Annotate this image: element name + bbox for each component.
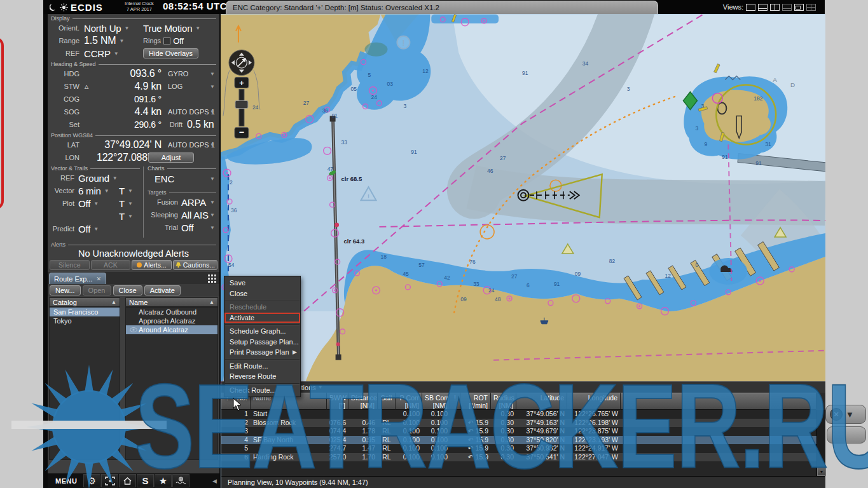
- alerts-button[interactable]: Alerts...: [132, 260, 172, 270]
- column-header-longitude[interactable]: Longitude: [567, 393, 621, 410]
- column-header-rot[interactable]: ROT[°/min]: [460, 393, 491, 410]
- context-menu-item-save[interactable]: Save: [224, 278, 300, 288]
- side-flyout-handle[interactable]: [827, 426, 866, 444]
- flyout-expand-icon[interactable]: ▼: [846, 410, 854, 419]
- column-header-distance[interactable]: Distance[NM]: [348, 393, 378, 410]
- waypoint-row-1[interactable]: 1Start0.1000.1000.3037°49.056' N122°26.7…: [221, 410, 816, 419]
- motion-dropdown-icon[interactable]: ▼: [195, 25, 200, 31]
- fusion-dropdown-icon[interactable]: ▼: [210, 200, 215, 205]
- scroll-down-arrow-icon[interactable]: ▼: [817, 467, 826, 476]
- trail-t-value[interactable]: T: [119, 211, 125, 222]
- route-explorer-close-icon[interactable]: ✕: [97, 276, 102, 282]
- range-value[interactable]: 1.5 NM: [84, 35, 116, 46]
- waypoint-row-2[interactable]: 2Blossom Rock076.60.46RL0.1000.100↶ 15.9…: [221, 419, 816, 428]
- vector-ref-value[interactable]: Ground: [78, 173, 109, 184]
- trail-t-dropdown-icon[interactable]: ▼: [128, 214, 133, 219]
- motion-mode-value[interactable]: True Motion: [143, 23, 192, 34]
- catalog-item-tokyo[interactable]: Tokyo: [50, 316, 120, 325]
- vector-ref-dropdown-icon[interactable]: ▼: [113, 175, 118, 181]
- menu-button[interactable]: MENU: [55, 477, 83, 485]
- catalog-item-san-francisco[interactable]: San Francisco: [50, 308, 120, 316]
- column-header-sail[interactable]: Sail: [378, 393, 396, 410]
- waypoint-row-4[interactable]: 4SF Bay North025.40.95RL0.1000.100↶ 15.9…: [221, 436, 816, 445]
- vector-t-value[interactable]: T: [119, 186, 125, 196]
- sleeping-dropdown-icon[interactable]: ▼: [210, 212, 215, 218]
- route-item-approach-alcatraz[interactable]: Approach Alcatraz: [126, 316, 217, 325]
- settings-gear-icon[interactable]: ⚙: [83, 474, 100, 487]
- home-view-icon[interactable]: [119, 474, 136, 487]
- column-header-bww[interactable]: BWW[°]: [327, 393, 348, 410]
- context-menu-item-print-passage-plan[interactable]: Print Passage Plan▶: [224, 347, 300, 358]
- fusion-value[interactable]: ARPA: [181, 197, 206, 208]
- context-menu-item-schedule-graph[interactable]: Schedule Graph...: [224, 326, 300, 337]
- context-menu-item-reverse-route[interactable]: Reverse Route: [224, 371, 300, 382]
- name-column-header[interactable]: Name▲: [125, 297, 218, 307]
- hdg-source[interactable]: GYRO: [168, 70, 188, 78]
- view-layout-grid-icon[interactable]: [806, 4, 816, 11]
- favorites-star-icon[interactable]: ★: [155, 474, 172, 487]
- day-mode-sun-icon[interactable]: [60, 3, 68, 11]
- route-close-button[interactable]: Close: [113, 285, 142, 295]
- column-header-sb-corr[interactable]: SB Corr[NM]: [422, 393, 450, 410]
- waypoint-row-3[interactable]: 3074.41.78RL0.1000.100↶ 15.90.3037°49.67…: [221, 427, 816, 436]
- column-header-[interactable]: !: [450, 393, 460, 410]
- cautions-button[interactable]: Cautions...: [173, 260, 217, 270]
- vector-dropdown-icon[interactable]: ▼: [104, 188, 109, 194]
- context-menu-item-activate[interactable]: Activate: [224, 313, 300, 323]
- stw-source[interactable]: LOG: [168, 83, 183, 90]
- center-ship-icon[interactable]: [101, 474, 118, 487]
- ref-value[interactable]: CCRP: [84, 48, 111, 59]
- hdg-source-dropdown-icon[interactable]: ▼: [210, 71, 215, 77]
- context-menu-item-reschedule[interactable]: Reschedule: [224, 302, 300, 313]
- plot-dropdown-icon[interactable]: ▼: [93, 201, 99, 207]
- hide-overlays-button[interactable]: Hide Overlays: [143, 48, 198, 58]
- route-item-around-alcatraz[interactable]: Around Alcatraz: [126, 325, 217, 334]
- plot-t-value[interactable]: T: [119, 198, 125, 209]
- context-menu-item-edit-route[interactable]: Edit Route...: [224, 361, 300, 372]
- predict-dropdown-icon[interactable]: ▼: [93, 226, 99, 232]
- ack-button[interactable]: ACK: [91, 260, 131, 270]
- plot-t-dropdown-icon[interactable]: ▼: [128, 201, 133, 207]
- man-overboard-icon[interactable]: [172, 474, 189, 487]
- vector-t-dropdown-icon[interactable]: ▼: [128, 188, 133, 194]
- orient-value[interactable]: North Up: [84, 23, 121, 34]
- collapse-panel-arrow-icon[interactable]: ◀: [212, 478, 217, 484]
- view-layout-hsplit2-icon[interactable]: [782, 4, 792, 11]
- waypoint-row-5[interactable]: 5274.71.47RL0.1000.100↶ 15.90.3037°50.93…: [221, 444, 816, 453]
- position-source[interactable]: AUTO DGPS 1: [168, 141, 215, 149]
- context-menu-item-check-route[interactable]: Check Route...: [224, 385, 300, 396]
- sog-source[interactable]: AUTO DGPS 1: [168, 108, 215, 116]
- standard-display-button[interactable]: S: [137, 474, 154, 487]
- night-mode-moon-icon[interactable]: [50, 3, 57, 11]
- context-menu-item-setup-passage-plan[interactable]: Setup Passage Plan...: [224, 337, 300, 348]
- silence-button[interactable]: Silence: [50, 260, 90, 270]
- rings-checkbox[interactable]: [163, 37, 170, 44]
- ref-dropdown-icon[interactable]: ▼: [114, 51, 119, 57]
- catalog-column-header[interactable]: Catalog▲: [49, 297, 120, 307]
- view-layout-single-icon[interactable]: [746, 4, 755, 11]
- waypoint-row-6[interactable]: 6Harding Rock257.01.70RL0.1000.100↶ 15.9…: [221, 453, 816, 462]
- chart-type-dropdown-icon[interactable]: ▼: [210, 176, 215, 182]
- adjust-button[interactable]: Adjust: [148, 152, 194, 163]
- view-layout-vsplit-icon[interactable]: [770, 4, 780, 11]
- predict-value[interactable]: Off: [78, 224, 90, 234]
- column-header-radius[interactable]: Radius[NM]: [491, 393, 516, 410]
- view-layout-inset-icon[interactable]: [794, 4, 804, 11]
- route-open-button[interactable]: Open: [83, 285, 111, 295]
- sleeping-value[interactable]: All AIS: [181, 210, 209, 220]
- route-activate-button[interactable]: Activate: [144, 285, 181, 295]
- stw-source-dropdown-icon[interactable]: ▼: [210, 84, 215, 90]
- sog-source-dropdown-icon[interactable]: ▼: [210, 109, 215, 115]
- chart-type-value[interactable]: ENC: [155, 173, 174, 184]
- trial-dropdown-icon[interactable]: ▼: [210, 225, 215, 231]
- route-explorer-tab[interactable]: Route Exp... ✕: [49, 273, 106, 284]
- plot-value[interactable]: Off: [78, 198, 90, 209]
- view-layout-hsplit-icon[interactable]: [758, 4, 768, 11]
- context-menu-item-close[interactable]: Close: [224, 288, 300, 299]
- range-dropdown-icon[interactable]: ▼: [119, 38, 124, 44]
- map-zoom-widget[interactable]: + −: [235, 78, 249, 139]
- trial-value[interactable]: Off: [181, 222, 193, 233]
- panel-grid-icon[interactable]: [208, 274, 216, 285]
- chart-status-tab[interactable]: ENC Category: Standard '+' Depth: [m] St…: [226, 1, 658, 14]
- orient-dropdown-icon[interactable]: ▼: [124, 25, 129, 31]
